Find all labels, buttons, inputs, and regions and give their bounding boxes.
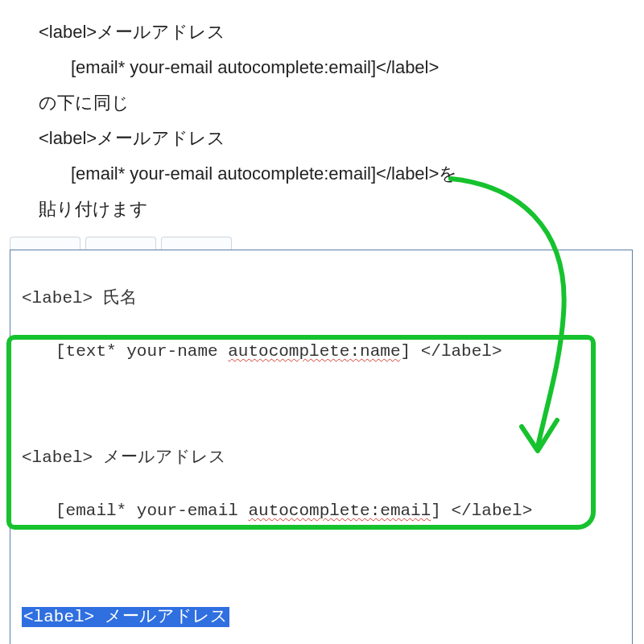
form-template-editor[interactable]: <label> 氏名 [text* your-name autocomplete…	[10, 250, 633, 644]
instruction-line-4: <label>メールアドレス	[39, 121, 602, 156]
selected-text: <label> メールアドレス	[22, 607, 229, 627]
instruction-line-5: [email* your-email autocomplete:email]</…	[39, 156, 602, 192]
instruction-line-3: の下に同じ	[39, 85, 602, 121]
instruction-line-6: 貼り付けます	[39, 192, 602, 227]
form-template-code: <label> 氏名 [text* your-name autocomplete…	[10, 250, 632, 644]
instruction-text: <label>メールアドレス [email* your-email autoco…	[39, 14, 602, 227]
instruction-line-2: [email* your-email autocomplete:email]</…	[39, 50, 602, 85]
instruction-line-1: <label>メールアドレス	[39, 14, 602, 50]
